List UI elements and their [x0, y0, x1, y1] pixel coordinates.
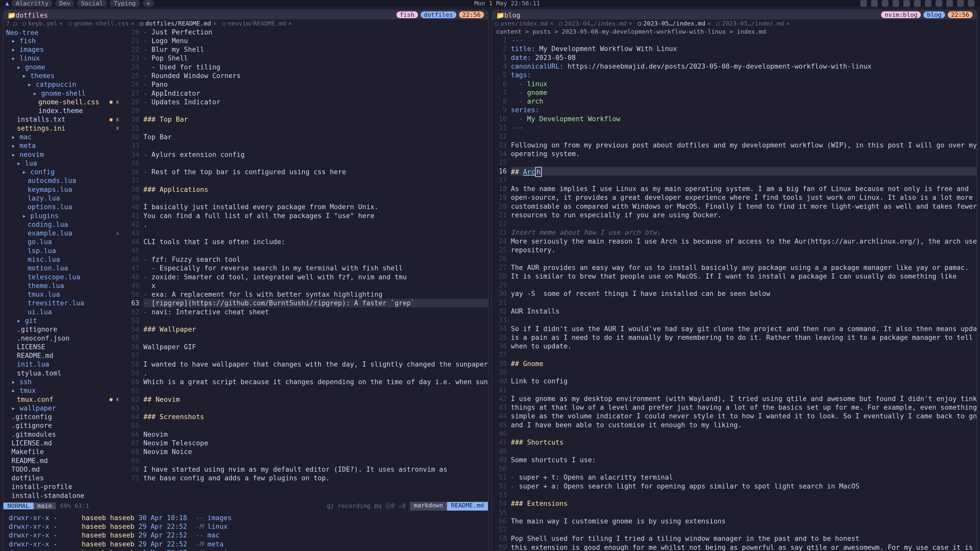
tree-item[interactable]: go.lua: [3, 238, 124, 246]
pane-title: dotfiles: [16, 11, 48, 19]
project-badge: dotfiles: [420, 11, 456, 18]
tab[interactable]: ○ 2023-05…/index.md ×: [716, 20, 790, 27]
right-pane: 📁 blog nvim:blog blog 22:56 ○ uses/index…: [491, 10, 977, 551]
tab-active[interactable]: ○ dotfiles/README.md ×: [140, 20, 217, 27]
tree-item[interactable]: lsp.lua: [3, 246, 124, 255]
tree-item[interactable]: install-profile: [3, 483, 124, 491]
tree-item[interactable]: ▸ mac: [3, 133, 124, 141]
tree-item[interactable]: ▸ ssh: [3, 378, 124, 386]
tree-item[interactable]: .gitignore: [3, 325, 124, 333]
tree-item[interactable]: ▸ gnome-shell: [3, 89, 124, 97]
tree-item[interactable]: settings.inix: [3, 124, 124, 132]
time-badge: 22:56: [948, 11, 973, 18]
tree-item[interactable]: autocmds.lua: [3, 176, 124, 185]
tree-item[interactable]: LICENSE.md: [3, 439, 124, 448]
position: 60% 63:1: [56, 503, 93, 509]
tree-item[interactable]: misc.lua: [3, 255, 124, 264]
clock: Mon 1 May 22:56:11: [474, 0, 540, 6]
tree-item[interactable]: ▸ fish: [3, 36, 124, 45]
tree-item[interactable]: init.lua: [3, 360, 124, 368]
tray-icon[interactable]: [935, 0, 942, 6]
tree-item[interactable]: dotfiles: [3, 474, 124, 483]
tray-icon[interactable]: [925, 0, 932, 6]
tree-item[interactable]: ▸ catppuccin: [3, 80, 124, 89]
tree-item[interactable]: ▸ linux: [3, 54, 124, 62]
tree-item[interactable]: ▸ images: [3, 45, 124, 54]
tree-item[interactable]: lazy.lua: [3, 194, 124, 203]
tree-item[interactable]: .gitconfig: [3, 413, 124, 421]
tray-icon[interactable]: [903, 0, 910, 6]
tab[interactable]: ○ neovim/README.md ×: [222, 20, 292, 27]
tree-item[interactable]: ▸ wallpaper: [3, 403, 124, 412]
tree-item[interactable]: ▸ lua: [3, 159, 124, 167]
tree-item[interactable]: tmux.conf● x: [3, 395, 124, 403]
tray-icon[interactable]: [968, 0, 975, 6]
macro-recording: gj recording @q ⓧ0 ⚠8: [323, 502, 410, 510]
folder-icon: 📁: [496, 11, 504, 19]
ls-row: drwxr-xr-x - haseeb haseeb 1 May 22:27 -…: [9, 548, 483, 551]
breadcrumb: content > posts > 2023-05-08-my-developm…: [492, 27, 977, 36]
tree-item[interactable]: keymaps.lua: [3, 185, 124, 194]
ls-row: drwxr-xr-x - haseeb haseeb 30 Apr 10:18 …: [9, 513, 483, 522]
tray-icon[interactable]: [946, 0, 953, 6]
folder-icon: 📁: [7, 11, 16, 19]
pane-title: blog: [504, 11, 520, 19]
tray-icon[interactable]: [957, 0, 964, 6]
tab[interactable]: ○ uses/index.md ×: [495, 20, 553, 27]
statusline: NORMAL main 60% 63:1 gj recording @q ⓧ0 …: [3, 501, 488, 511]
line-gutter: 2021222324252627282930313233343536373839…: [124, 27, 143, 501]
tree-item[interactable]: Makefile: [3, 448, 124, 456]
tree-item[interactable]: example.lua⚠: [3, 229, 124, 238]
workspace-social[interactable]: Social: [77, 0, 107, 6]
tray-icon[interactable]: [871, 0, 878, 6]
line-gutter: 1234567891011121314151617181920212223242…: [492, 36, 511, 551]
tree-item[interactable]: install-standalone: [3, 491, 124, 500]
tree-item[interactable]: ▸ gnome: [3, 62, 124, 71]
code-content[interactable]: - Just Perfection- Logo Menu- Blur my Sh…: [143, 27, 488, 501]
tree-item[interactable]: LICENSE: [3, 342, 124, 351]
tree-item[interactable]: treesitter.lua: [3, 299, 124, 307]
tab-active[interactable]: ○ 2023-05…/index.md ×: [638, 20, 711, 27]
tray-icon[interactable]: [882, 0, 888, 6]
tree-item[interactable]: index.theme: [3, 106, 124, 115]
tree-item[interactable]: ▸ plugins: [3, 211, 124, 220]
tree-item[interactable]: .neoconf.json: [3, 333, 124, 342]
tree-item[interactable]: stylua.toml: [3, 368, 124, 377]
workspace-add[interactable]: +: [142, 0, 154, 6]
ls-row: drwxr-xr-x - haseeb haseeb 29 Apr 22:52 …: [9, 522, 483, 531]
tree-item[interactable]: .gitmodules: [3, 430, 124, 438]
terminal-panel[interactable]: drwxr-xr-x - haseeb haseeb 30 Apr 10:18 …: [3, 511, 488, 551]
tray-icon[interactable]: [860, 0, 867, 6]
tree-item[interactable]: .gitignore: [3, 421, 124, 430]
tree-item[interactable]: gnome-shell.css● x: [3, 97, 124, 106]
tree-item[interactable]: README.md: [3, 351, 124, 360]
tab[interactable]: ○ keyb.yml ×: [22, 20, 63, 27]
ide-badge: nvim:blog: [881, 11, 921, 18]
tree-item[interactable]: ▸ meta: [3, 141, 124, 150]
tree-item[interactable]: telescope.lua: [3, 272, 124, 281]
tab[interactable]: ○ gnome-shell.css ×: [68, 20, 135, 27]
tree-item[interactable]: ui.lua: [3, 307, 124, 316]
workspace-dev[interactable]: Dev: [56, 0, 75, 6]
tree-item[interactable]: TODO.md: [3, 465, 124, 473]
tree-item[interactable]: theme.lua: [3, 281, 124, 290]
tree-item[interactable]: ▸ neovim: [3, 150, 124, 159]
tree-item[interactable]: options.lua: [3, 203, 124, 211]
file-tree[interactable]: Neo-tree ▸ fish▸ images▸ linux▸ gnome▸ t…: [3, 27, 124, 501]
tray-icon[interactable]: [892, 0, 899, 6]
tray-icon[interactable]: [914, 0, 921, 6]
left-pane: 📁 dotfiles fish dotfiles 22:56 7 ○ ○ key…: [3, 10, 489, 551]
tree-item[interactable]: ▸ config: [3, 168, 124, 176]
tree-item[interactable]: README.md: [3, 456, 124, 465]
tree-item[interactable]: tmux.lua: [3, 290, 124, 299]
tree-item[interactable]: ▸ themes: [3, 71, 124, 80]
tree-item[interactable]: coding.lua: [3, 220, 124, 229]
tree-item[interactable]: installs.txt● x: [3, 115, 124, 124]
code-content[interactable]: ---title: My Development Workflow With L…: [511, 36, 977, 551]
tree-item[interactable]: ▸ git: [3, 316, 124, 325]
workspace-typing[interactable]: Typing: [110, 0, 140, 6]
tree-item[interactable]: ▸ tmux: [3, 386, 124, 395]
filename-indicator: README.md: [447, 502, 488, 510]
tree-item[interactable]: motion.lua: [3, 264, 124, 272]
tab[interactable]: ○ 2023-04…/index.md ×: [559, 20, 632, 27]
